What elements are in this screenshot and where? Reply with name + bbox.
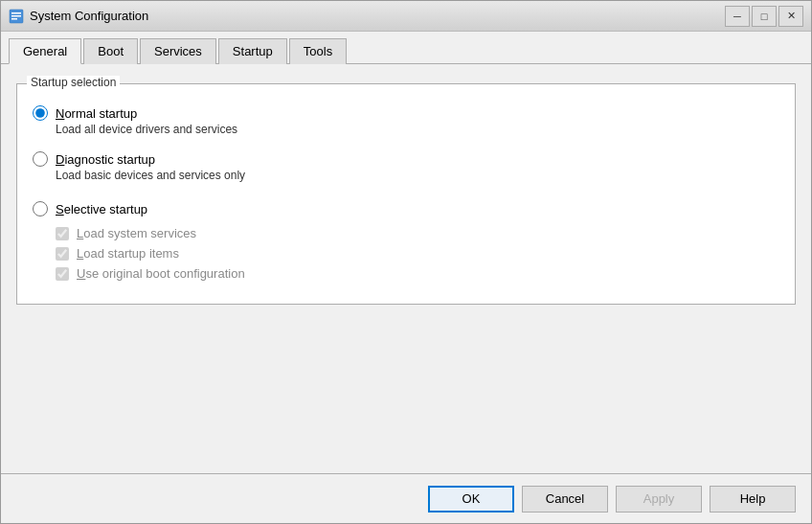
load-startup-items-checkbox[interactable] [56,247,69,261]
selective-startup-label[interactable]: Selective startup [56,202,147,216]
normal-startup-label[interactable]: Normal startup [56,106,137,121]
tab-general[interactable]: General [9,38,81,64]
normal-startup-item: Normal startup Load all device drivers a… [33,100,779,142]
system-config-window: System Configuration ─ □ ✕ General Boot … [0,0,812,524]
startup-selection-group: Startup selection Normal startup Load al… [16,83,796,305]
load-system-services-row: Load system services [56,226,779,240]
tab-tools[interactable]: Tools [289,38,347,64]
selective-checkboxes: Load system services Load startup items [56,226,779,281]
svg-rect-2 [11,15,21,17]
minimize-button[interactable]: ─ [725,6,750,27]
tabs-bar: General Boot Services Startup Tools [1,32,811,64]
title-bar-controls: ─ □ ✕ [725,6,803,27]
svg-rect-1 [11,12,21,14]
close-button[interactable]: ✕ [778,6,803,27]
help-button[interactable]: Help [710,486,796,513]
diagnostic-startup-item: Diagnostic startup Load basic devices an… [33,146,779,188]
load-startup-items-label[interactable]: Load startup items [77,246,179,261]
normal-startup-row: Normal startup [33,100,779,123]
ok-button[interactable]: OK [428,486,514,513]
window-title: System Configuration [30,9,725,23]
window-icon [9,9,24,24]
footer: OK Cancel Apply Help [1,473,811,523]
apply-button[interactable]: Apply [616,486,702,513]
use-original-boot-label[interactable]: Use original boot configuration [77,266,245,281]
radio-group: Normal startup Load all device drivers a… [33,100,779,285]
diagnostic-startup-row: Diagnostic startup [33,146,779,169]
cancel-button[interactable]: Cancel [522,486,608,513]
content-area: Startup selection Normal startup Load al… [1,64,811,473]
diagnostic-startup-radio[interactable] [33,151,48,167]
tab-services[interactable]: Services [140,38,216,64]
use-original-boot-checkbox[interactable] [56,267,69,281]
selective-startup-row: Selective startup [33,195,779,218]
maximize-button[interactable]: □ [752,6,777,27]
load-startup-items-row: Load startup items [56,246,779,261]
load-system-services-label[interactable]: Load system services [77,226,196,240]
diagnostic-startup-label[interactable]: Diagnostic startup [56,152,155,167]
normal-startup-description: Load all device drivers and services [56,123,779,142]
load-system-services-checkbox[interactable] [56,227,69,240]
tab-boot[interactable]: Boot [83,38,138,64]
title-bar: System Configuration ─ □ ✕ [1,1,811,32]
selective-startup-item: Selective startup Load system services [33,195,779,281]
selective-startup-radio[interactable] [33,201,48,216]
use-original-boot-row: Use original boot configuration [56,266,779,281]
tab-startup[interactable]: Startup [218,38,287,64]
svg-rect-3 [11,18,17,20]
diagnostic-startup-description: Load basic devices and services only [56,169,779,188]
group-label: Startup selection [27,76,120,89]
normal-startup-radio[interactable] [33,105,48,121]
